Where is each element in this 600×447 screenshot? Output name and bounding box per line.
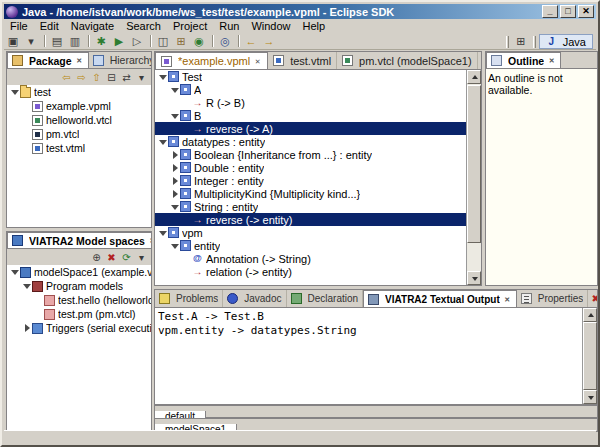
expander-icon[interactable] bbox=[182, 215, 192, 225]
tree-item[interactable]: example.vpml bbox=[7, 99, 151, 113]
menu-edit[interactable]: Edit bbox=[34, 20, 65, 32]
tree-item[interactable]: entity bbox=[155, 239, 466, 252]
save-button[interactable]: ▤ bbox=[48, 34, 66, 49]
tab-package[interactable]: Package bbox=[7, 52, 89, 68]
tree-item[interactable]: A bbox=[155, 83, 466, 96]
tree-item[interactable]: modelSpace1 (example.vpml) bbox=[7, 265, 151, 279]
tree-item[interactable]: test bbox=[7, 85, 151, 99]
tree-item[interactable]: test.pm (pm.vtcl) bbox=[7, 307, 151, 321]
close-tab-icon[interactable] bbox=[148, 236, 152, 245]
tab-declaration[interactable]: Declaration bbox=[287, 290, 364, 307]
tab-viatra2-model-spaces[interactable]: VIATRA2 Model spaces bbox=[7, 232, 152, 248]
search-button[interactable]: ◎ bbox=[216, 34, 234, 49]
scrollbar-thumb[interactable] bbox=[583, 322, 597, 390]
expander-icon[interactable] bbox=[22, 101, 32, 111]
tree-item[interactable]: vpm bbox=[155, 226, 466, 239]
expander-icon[interactable] bbox=[158, 72, 168, 82]
print-button[interactable]: ▥ bbox=[66, 34, 84, 49]
new-wizard-dropdown[interactable]: ▾ bbox=[22, 34, 40, 49]
expander-icon[interactable] bbox=[34, 309, 44, 319]
tree-item[interactable]: relation (-> entity) bbox=[155, 265, 466, 278]
expander-icon[interactable] bbox=[170, 176, 180, 186]
tab-properties[interactable]: Properties bbox=[517, 290, 589, 307]
open-perspective-button[interactable]: ⊞ bbox=[512, 34, 530, 49]
menu-navigate[interactable]: Navigate bbox=[65, 20, 120, 32]
expander-icon[interactable] bbox=[10, 267, 20, 277]
expander-icon[interactable] bbox=[22, 129, 32, 139]
expander-icon[interactable] bbox=[170, 241, 180, 251]
menu-project[interactable]: Project bbox=[167, 20, 213, 32]
expander-icon[interactable] bbox=[170, 85, 180, 95]
link-with-editor-button[interactable]: ⇄ bbox=[119, 70, 134, 84]
close-tab-icon[interactable] bbox=[547, 56, 556, 65]
tree-item[interactable]: Boolean {Inheritance from ...} : entity bbox=[155, 148, 466, 161]
view-menu-button[interactable]: ▾ bbox=[134, 70, 149, 84]
tree-item[interactable]: Double : entity bbox=[155, 161, 466, 174]
up-button[interactable]: ⇧ bbox=[89, 70, 104, 84]
console-scrollbar[interactable] bbox=[582, 308, 597, 404]
new-java-project-button[interactable]: ◫ bbox=[154, 34, 172, 49]
back-button[interactable]: ← bbox=[242, 34, 260, 49]
tree-item[interactable]: B bbox=[155, 109, 466, 122]
tree-item[interactable]: String : entity bbox=[155, 200, 466, 213]
refresh-button[interactable]: ⟳ bbox=[119, 250, 134, 264]
external-tools-button[interactable]: ▷ bbox=[128, 34, 146, 49]
tab-outline[interactable]: Outline bbox=[486, 52, 561, 68]
new-class-button[interactable]: ◉ bbox=[190, 34, 208, 49]
menu-help[interactable]: Help bbox=[297, 20, 332, 32]
expander-icon[interactable] bbox=[158, 228, 168, 238]
minimize-button[interactable]: _ bbox=[542, 5, 558, 18]
tab-test-vtml[interactable]: test.vtml bbox=[268, 52, 337, 69]
tree-item[interactable]: reverse (-> entity) bbox=[155, 213, 466, 226]
tab-problems[interactable]: Problems bbox=[155, 290, 223, 307]
add-modelspace-button[interactable]: ⊕ bbox=[89, 250, 104, 264]
collapse-all-button[interactable]: ⊟ bbox=[104, 70, 119, 84]
new-wizard-button[interactable]: ▣ bbox=[4, 34, 22, 49]
expander-icon[interactable] bbox=[22, 143, 32, 153]
expander-icon[interactable] bbox=[182, 98, 192, 108]
tree-item[interactable]: Program models bbox=[7, 279, 151, 293]
menu-search[interactable]: Search bbox=[120, 20, 167, 32]
tree-item[interactable]: helloworld.vtcl bbox=[7, 113, 151, 127]
expander-icon[interactable] bbox=[170, 189, 180, 199]
tree-item[interactable]: MultiplicityKind {Multiplicity kind...} bbox=[155, 187, 466, 200]
editor-scrollbar[interactable] bbox=[466, 70, 481, 285]
expander-icon[interactable] bbox=[182, 267, 192, 277]
view-menu-button[interactable]: ▾ bbox=[134, 250, 149, 264]
scrollbar-thumb[interactable] bbox=[467, 85, 481, 243]
remove-modelspace-button[interactable]: ✖ bbox=[104, 250, 119, 264]
expander-icon[interactable] bbox=[170, 163, 180, 173]
expander-icon[interactable] bbox=[10, 87, 20, 97]
expander-icon[interactable] bbox=[22, 323, 32, 333]
scroll-down-icon[interactable] bbox=[583, 390, 597, 404]
back-button[interactable]: ⇦ bbox=[59, 70, 74, 84]
debug-button[interactable]: ✱ bbox=[92, 34, 110, 49]
expander-icon[interactable] bbox=[22, 281, 32, 291]
close-tab-icon[interactable] bbox=[253, 57, 262, 66]
expander-icon[interactable] bbox=[170, 111, 180, 121]
tree-item[interactable]: reverse (-> A) bbox=[155, 122, 466, 135]
tree-item[interactable]: Test bbox=[155, 70, 466, 83]
tree-item[interactable]: Triggers (serial execution mode... bbox=[7, 321, 151, 335]
expander-icon[interactable] bbox=[182, 124, 192, 134]
tab-pm-vtcl[interactable]: pm.vtcl (modelSpace1) bbox=[337, 52, 478, 69]
expander-icon[interactable] bbox=[182, 254, 192, 264]
tab-javadoc[interactable]: Javadoc bbox=[223, 290, 286, 307]
tab-viatra2-textual-output[interactable]: VIATRA2 Textual Output bbox=[363, 290, 517, 307]
scroll-up-icon[interactable] bbox=[583, 308, 597, 322]
close-tab-icon[interactable] bbox=[503, 295, 512, 304]
forward-button[interactable]: ⇨ bbox=[74, 70, 89, 84]
tree-item[interactable]: R (-> B) bbox=[155, 96, 466, 109]
expander-icon[interactable] bbox=[34, 295, 44, 305]
tree-item[interactable]: datatypes : entity bbox=[155, 135, 466, 148]
menu-file[interactable]: File bbox=[4, 20, 34, 32]
menu-window[interactable]: Window bbox=[245, 20, 296, 32]
scroll-down-icon[interactable] bbox=[467, 271, 481, 285]
tree-item[interactable]: Annotation (-> String) bbox=[155, 252, 466, 265]
perspective-grip[interactable] bbox=[506, 36, 509, 48]
run-button[interactable]: ▶ bbox=[110, 34, 128, 49]
expander-icon[interactable] bbox=[170, 150, 180, 160]
expander-icon[interactable] bbox=[22, 115, 32, 125]
tree-item[interactable]: test.hello (helloworld.vtcl) bbox=[7, 293, 151, 307]
maximize-button[interactable]: □ bbox=[560, 5, 576, 18]
